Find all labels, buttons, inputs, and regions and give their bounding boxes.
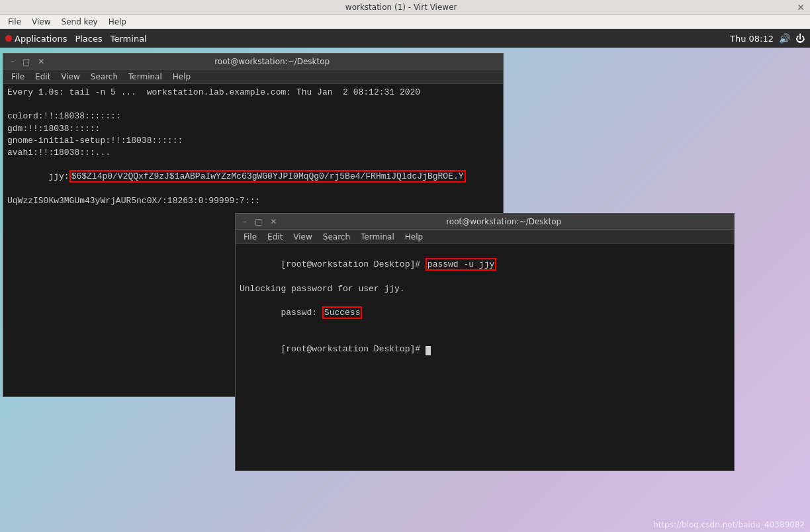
terminal2-win-controls: – □ ✕ <box>241 217 279 226</box>
t1-menu-terminal[interactable]: Terminal <box>123 72 167 81</box>
system-bar-right: Thu 08:12 🔊 ⏻ <box>730 33 805 44</box>
gnome-system-bar: Applications Places Terminal Thu 08:12 🔊… <box>0 29 810 48</box>
places-menu[interactable]: Places <box>75 34 102 44</box>
volume-icon[interactable]: 🔊 <box>779 33 790 44</box>
t1-line-0: Every 1.0s: tail -n 5 ... workstation.la… <box>7 87 499 99</box>
t1-line-1 <box>7 99 499 111</box>
t2-success-highlighted: Success <box>322 306 363 319</box>
menu-help[interactable]: Help <box>103 15 132 28</box>
t2-menu-help[interactable]: Help <box>400 232 428 242</box>
t2-prompt-1: [root@workstation Desktop]# <box>281 259 425 269</box>
t2-line-3: passwd: Success <box>240 295 730 332</box>
desktop: – □ ✕ root@workstation:~/Desktop File Ed… <box>0 48 810 532</box>
terminal1-title: root@workstation:~/Desktop <box>46 57 498 66</box>
terminal2-close-btn[interactable]: ✕ <box>268 217 279 226</box>
terminal1-win-controls: – □ ✕ <box>9 57 46 66</box>
terminal-menu[interactable]: Terminal <box>111 34 147 44</box>
t2-menu-file[interactable]: File <box>238 232 262 242</box>
t1-jjy-hash-highlighted: $6$Zl4p0/V2QQxfZ9zJ$1aABPaIwYZzMc63gWG0Y… <box>69 170 466 183</box>
t2-menu-edit[interactable]: Edit <box>262 232 288 242</box>
system-clock: Thu 08:12 <box>730 34 774 44</box>
terminal1-close-btn[interactable]: ✕ <box>36 57 46 66</box>
applications-menu[interactable]: Applications <box>5 34 67 44</box>
t1-line-5: avahi:!!:18038:::... <box>7 147 499 159</box>
t1-line-7: UqWzzIS0Kw3MGUm43yWrjAUR5nc0X/:18263:0:9… <box>7 195 499 207</box>
t2-line-1: [root@workstation Desktop]# passwd -u jj… <box>240 247 730 283</box>
terminal1-menu-bar: File Edit View Search Terminal Help <box>3 69 503 84</box>
system-bar-left: Applications Places Terminal <box>5 34 147 44</box>
t1-line-4: gnome-initial-setup:!!:18038:::::: <box>7 135 499 147</box>
terminal2-title: root@workstation:~/Desktop <box>279 217 729 226</box>
app-dot-icon <box>5 35 12 42</box>
terminal1-title-bar: – □ ✕ root@workstation:~/Desktop <box>3 54 503 69</box>
t1-menu-edit[interactable]: Edit <box>30 72 56 81</box>
t1-menu-search[interactable]: Search <box>85 72 123 81</box>
applications-label: Applications <box>15 34 67 44</box>
virt-viewer-menu-bar: File View Send key Help <box>0 15 810 29</box>
menu-view[interactable]: View <box>26 15 56 28</box>
t2-menu-terminal[interactable]: Terminal <box>355 232 400 242</box>
menu-file[interactable]: File <box>3 15 26 28</box>
t1-jjy-prefix: jjy: <box>48 171 69 181</box>
t1-line-3: gdm:!!:18038:::::: <box>7 123 499 135</box>
virt-viewer-title-bar: workstation (1) - Virt Viewer ✕ <box>0 0 810 15</box>
t1-menu-file[interactable]: File <box>6 72 30 81</box>
t1-line-6: jjy:$6$Zl4p0/V2QQxfZ9zJ$1aABPaIwYZzMc63g… <box>7 159 499 195</box>
watermark: https://blog.csdn.net/baidu_40389082 <box>653 520 805 529</box>
terminal2-menu-bar: File Edit View Search Terminal Help <box>236 230 734 244</box>
t2-prompt-2: [root@workstation Desktop]# <box>281 344 425 354</box>
t1-menu-help[interactable]: Help <box>167 72 196 81</box>
terminal2-minimize-btn[interactable]: – <box>241 217 249 226</box>
terminal2-title-bar: – □ ✕ root@workstation:~/Desktop <box>236 214 734 230</box>
t2-cursor <box>426 346 431 355</box>
t2-line-4: [root@workstation Desktop]# <box>240 331 730 367</box>
title-bar-title: workstation (1) - Virt Viewer <box>5 3 797 12</box>
terminal1-maximize-btn[interactable]: □ <box>21 57 32 66</box>
t2-menu-search[interactable]: Search <box>318 232 355 242</box>
terminal-window-2: – □ ✕ root@workstation:~/Desktop File Ed… <box>235 213 735 471</box>
terminal1-minimize-btn[interactable]: – <box>9 57 17 66</box>
t2-passwd-label: passwd: <box>281 308 322 318</box>
t1-line-2: colord:!!:18038::::::: <box>7 111 499 122</box>
t2-menu-view[interactable]: View <box>288 232 317 242</box>
t2-line-2: Unlocking password for user jjy. <box>240 283 730 295</box>
close-icon[interactable]: ✕ <box>797 3 805 12</box>
terminal2-content: [root@workstation Desktop]# passwd -u jj… <box>236 244 734 470</box>
power-icon[interactable]: ⏻ <box>795 33 805 44</box>
t1-menu-view[interactable]: View <box>56 72 85 81</box>
t2-command-highlighted: passwd -u jjy <box>426 258 496 271</box>
terminal2-maximize-btn[interactable]: □ <box>253 217 264 226</box>
menu-sendkey[interactable]: Send key <box>56 15 103 28</box>
